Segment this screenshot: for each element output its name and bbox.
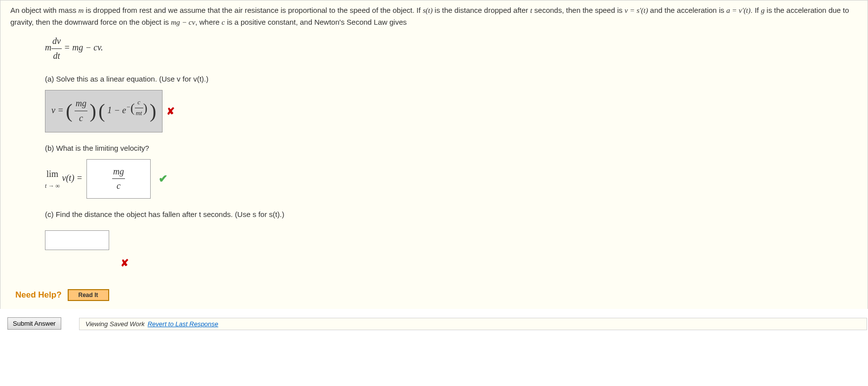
den: c [112, 179, 125, 193]
part-b-answer-row: lim t → ∞ v(t) = mg c ✔ [45, 159, 858, 199]
part-a-answer-row: v = ( mg c ) ( 1 − e−(cmt) ) ✘ [45, 90, 858, 132]
eq-rhs: = mg − cv. [62, 43, 103, 52]
eq-m: m [45, 43, 51, 52]
lparen: ( [66, 100, 72, 122]
lim: lim [45, 167, 60, 181]
part-a-answer-box[interactable]: v = ( mg c ) ( 1 − e−(cmt) ) [45, 90, 163, 132]
text: and the acceleration is [648, 6, 726, 14]
wrong-icon: ✘ [166, 103, 175, 119]
num: mg [75, 96, 87, 111]
lparen2: ( [98, 100, 105, 122]
correct-icon: ✔ [159, 170, 167, 187]
num: mg [112, 165, 125, 179]
text: seconds, then the speed is [532, 6, 624, 14]
part-c-label: (c) Find the distance the object has fal… [45, 209, 858, 220]
text: . If [750, 6, 761, 14]
read-it-button[interactable]: Read It [68, 289, 109, 301]
content-body: mdvdt = mg − cv. (a) Solve this as a lin… [45, 34, 858, 271]
text: is a positive constant, and Newton's Sec… [225, 18, 407, 26]
text: is the distance dropped after [433, 6, 531, 14]
eq-a: a = v'(t) [726, 6, 750, 14]
bottom-section: Viewing Saved Work Revert to Last Respon… [0, 318, 868, 332]
rparen: ) [89, 100, 96, 122]
den: dt [51, 49, 62, 63]
saved-work-text: Viewing Saved Work [85, 320, 145, 328]
text: , where [195, 18, 221, 26]
text: An object with mass [10, 6, 79, 14]
part-a-label: (a) Solve this as a linear equation. (Us… [45, 73, 858, 85]
revert-link[interactable]: Revert to Last Response [148, 320, 218, 328]
vt-eq: v(t) = [62, 173, 83, 183]
fraction-dv-dt: dvdt [51, 34, 62, 63]
fraction-mg-c-b: mg c [112, 165, 125, 194]
problem-intro: An object with mass m is dropped from re… [10, 4, 858, 28]
text: is dropped from rest and we assume that … [83, 6, 422, 14]
var-g: g [761, 6, 765, 14]
exp-den: mt [135, 108, 143, 119]
one-minus-e: 1 − e [107, 105, 126, 115]
part-c-answer-box[interactable] [45, 230, 109, 250]
fraction-mg-c: mg c [75, 96, 87, 126]
need-help-label: Need Help? [15, 288, 62, 301]
part-c-feedback: ✘ [117, 255, 858, 271]
exponent: −(cmt) [126, 97, 147, 119]
main-equation: mdvdt = mg − cv. [45, 34, 858, 63]
submit-answer-button[interactable]: Submit Answer [7, 317, 61, 330]
wrong-icon: ✘ [121, 257, 129, 268]
need-help-section: Need Help? Read It [15, 288, 858, 301]
eq-v: v = s'(t) [624, 6, 648, 14]
num: dv [51, 34, 62, 49]
rparen2: ) [150, 100, 156, 122]
var-m: m [79, 6, 84, 14]
part-c-answer-row [45, 225, 858, 255]
var-st: s(t) [423, 6, 433, 14]
eq-force: mg − cv [171, 18, 195, 26]
v-equals: v = [51, 105, 66, 115]
part-b-answer-box[interactable]: mg c [86, 159, 151, 199]
part-b-label: (b) What is the limiting velocity? [45, 142, 858, 154]
limit-expression: lim t → ∞ v(t) = [45, 167, 83, 191]
den: c [75, 111, 87, 126]
exp-num: c [135, 97, 143, 108]
lim-sub: t → ∞ [45, 181, 60, 191]
problem-container: An object with mass m is dropped from re… [0, 0, 868, 309]
